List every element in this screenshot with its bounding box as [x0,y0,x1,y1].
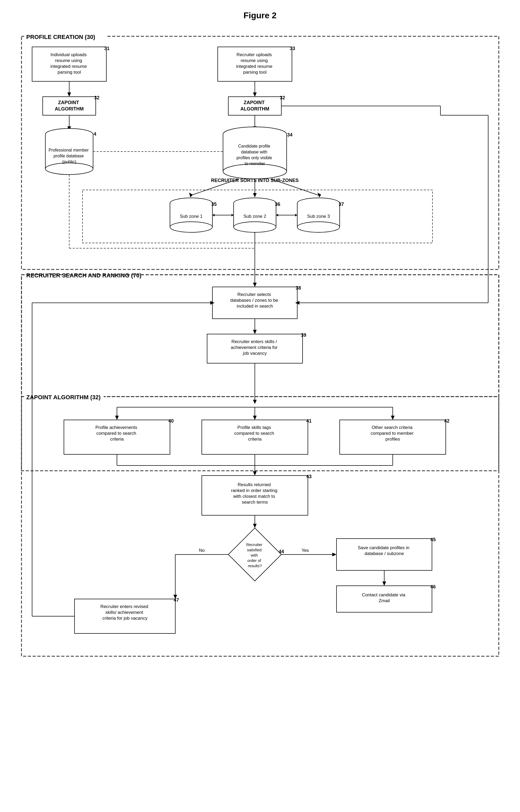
svg-point-23 [223,164,287,179]
zapoint-algo-label: ZAPOINT ALGORITHM (32) [26,394,101,400]
no-label: No [199,548,205,553]
svg-rect-5 [43,97,96,115]
node-37-text: Sub zone 3 [307,214,330,219]
node-31-badge: 31 [104,46,109,51]
node-44-diamond: Recruiter satisfied with order of result… [228,528,284,581]
node-43-badge: 43 [306,474,312,479]
svg-marker-28 [253,193,257,197]
node-36-text: Sub zone 2 [243,214,266,219]
svg-marker-15 [253,92,257,97]
svg-point-40 [234,222,276,232]
svg-marker-26 [189,193,193,197]
node-32b-badge: 32 [280,95,285,101]
svg-marker-94 [332,553,337,556]
svg-marker-86 [253,471,257,476]
page-title: Figure 2 [16,10,504,20]
node-42-badge: 42 [444,418,449,424]
node-35-text: Sub zone 1 [180,214,202,219]
svg-marker-89 [253,524,257,528]
node-45-badge: 45 [431,537,436,542]
main-wrapper: Figure 2 PROFILE CREATION (30) Individua… [16,10,504,812]
svg-text:44: 44 [279,549,284,554]
yes-label: Yes [302,548,309,553]
node-4-badge: 4 [94,132,96,137]
svg-marker-76 [391,416,395,420]
node-34-badge: 34 [287,132,292,138]
node-39-badge: 39 [301,333,306,338]
flowchart-diagram: PROFILE CREATION (30) Individual uploads… [16,31,504,812]
node-33-badge: 33 [290,46,295,51]
svg-marker-58 [253,283,257,287]
svg-marker-68 [253,400,257,404]
svg-rect-59 [212,287,297,319]
svg-point-45 [297,222,340,232]
svg-marker-73 [253,416,257,420]
node-38-text: Recruiter selects databases / zones to b… [230,292,279,309]
svg-marker-71 [115,416,119,420]
svg-marker-50 [276,214,278,217]
node-37-badge: 37 [339,202,344,207]
node-36-badge: 36 [275,202,280,207]
recruiter-search-label: RECRUITER SEARCH AND RANKING (70) [26,272,141,279]
node-35-badge: 35 [211,202,217,207]
svg-rect-16 [228,97,281,115]
svg-marker-4 [67,92,71,97]
node-47-badge: 47 [174,597,179,603]
svg-point-35 [170,222,212,232]
node-41-badge: 41 [306,418,312,424]
svg-marker-47 [212,214,214,217]
node-40-badge: 40 [168,418,174,424]
svg-marker-51 [295,214,297,217]
svg-marker-48 [232,214,234,217]
node-46-badge: 46 [431,584,436,589]
node-32a-badge: 32 [94,95,99,101]
svg-point-12 [45,163,93,175]
svg-marker-97 [382,582,386,586]
node-47-text: Recruiter enters revised skills/ achieve… [100,604,149,621]
svg-marker-61 [253,330,257,334]
profile-creation-label: PROFILE CREATION (30) [26,34,95,40]
node-38-badge: 38 [296,285,301,290]
